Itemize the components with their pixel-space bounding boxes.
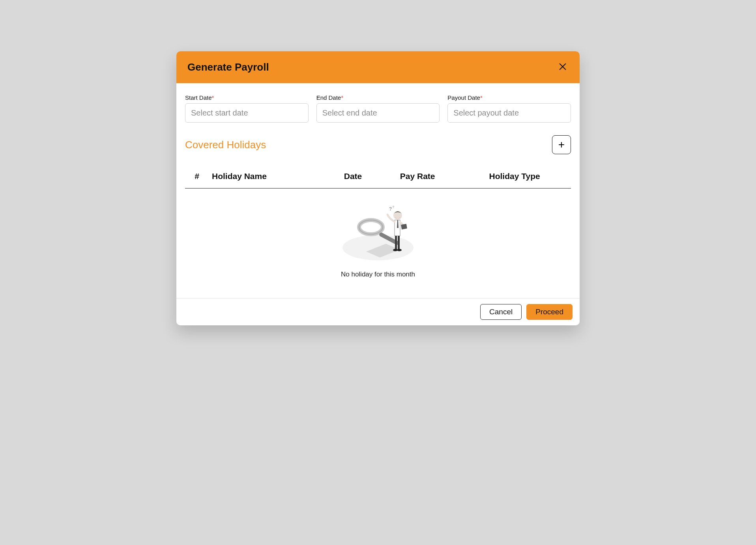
- svg-rect-11: [398, 236, 400, 250]
- modal-body: Start Date* End Date* Payout Date* Cover…: [176, 83, 580, 298]
- plus-icon: +: [558, 139, 565, 150]
- holidays-table: # Holiday Name Date Pay Rate Holiday Typ…: [185, 166, 571, 282]
- generate-payroll-modal: Generate Payroll Start Date* End Date*: [176, 51, 580, 325]
- column-header-holiday-type: Holiday Type: [458, 166, 571, 189]
- svg-text:?: ?: [389, 206, 392, 212]
- cancel-button[interactable]: Cancel: [480, 304, 522, 320]
- payout-date-field-group: Payout Date*: [447, 94, 571, 123]
- empty-state-text: No holiday for this month: [185, 271, 571, 278]
- modal-footer: Cancel Proceed: [176, 298, 580, 325]
- proceed-button[interactable]: Proceed: [526, 304, 573, 320]
- payout-date-label: Payout Date*: [447, 94, 571, 101]
- svg-point-5: [359, 220, 383, 234]
- empty-state-illustration: ? ?: [339, 196, 417, 263]
- required-mark: *: [212, 94, 214, 101]
- modal-header: Generate Payroll: [176, 51, 580, 83]
- end-date-field-group: End Date*: [316, 94, 440, 123]
- svg-rect-10: [395, 236, 397, 250]
- modal-title: Generate Payroll: [187, 61, 269, 73]
- end-date-input[interactable]: [316, 103, 440, 123]
- column-header-pay-rate: Pay Rate: [377, 166, 458, 189]
- date-fields-row: Start Date* End Date* Payout Date*: [185, 94, 571, 123]
- required-mark: *: [341, 94, 343, 101]
- covered-holidays-title: Covered Holidays: [185, 139, 266, 151]
- start-date-input[interactable]: [185, 103, 309, 123]
- covered-holidays-header: Covered Holidays +: [185, 135, 571, 154]
- svg-point-13: [397, 249, 402, 251]
- start-date-field-group: Start Date*: [185, 94, 309, 123]
- column-header-date: Date: [329, 166, 377, 189]
- svg-text:?: ?: [392, 205, 395, 209]
- start-date-label: Start Date*: [185, 94, 309, 101]
- svg-rect-14: [401, 224, 407, 230]
- end-date-label: End Date*: [316, 94, 440, 101]
- start-date-label-text: Start Date: [185, 94, 212, 101]
- svg-point-9: [393, 211, 402, 220]
- close-icon: [558, 66, 567, 72]
- add-holiday-button[interactable]: +: [552, 135, 571, 154]
- column-header-holiday-name: Holiday Name: [209, 166, 329, 189]
- column-header-number: #: [185, 166, 209, 189]
- close-button[interactable]: [557, 61, 569, 74]
- required-mark: *: [480, 94, 483, 101]
- end-date-label-text: End Date: [316, 94, 341, 101]
- empty-state: ? ? No holiday for this month: [185, 189, 571, 282]
- payout-date-label-text: Payout Date: [447, 94, 480, 101]
- payout-date-input[interactable]: [447, 103, 571, 123]
